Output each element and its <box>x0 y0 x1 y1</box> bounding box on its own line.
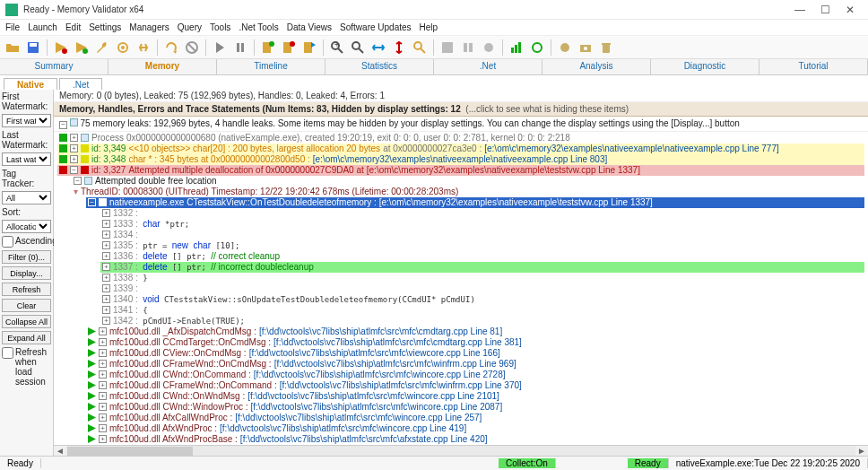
tab-diagnostic[interactable]: Diagnostic <box>651 59 760 74</box>
chart-icon[interactable] <box>508 39 525 57</box>
sort-select[interactable]: Allocation Order <box>2 220 51 233</box>
expand-icon[interactable]: + <box>102 231 110 239</box>
tree-row[interactable]: + id: 3,349 <<10 objects>> char[20] : 20… <box>57 144 864 154</box>
refresh-button[interactable]: Refresh <box>2 283 51 296</box>
scroll-thumb[interactable] <box>67 447 193 456</box>
stack-row[interactable]: +mfc100ud.dll CView::OnCmdMsg : [f:\dd\v… <box>86 348 864 359</box>
fit-width-icon[interactable] <box>369 39 387 57</box>
code-line[interactable]: +1335 : ptr = new char [10]; <box>100 240 864 251</box>
stack-row[interactable]: +mfc100ud.dll AfxWndProcBase : [f:\dd\vc… <box>86 434 864 445</box>
expand-icon[interactable]: + <box>102 317 110 325</box>
tab-analysis[interactable]: Analysis <box>542 59 651 74</box>
expand-icon[interactable]: + <box>99 338 107 346</box>
tab-statistics[interactable]: Statistics <box>326 59 434 74</box>
memory-tree[interactable]: + Process 0x0000000000000680 (nativeExam… <box>54 132 868 446</box>
tool-b-icon[interactable] <box>459 39 477 57</box>
code-line[interactable]: +1337 : delete [] ptr; // incorrect doub… <box>100 262 864 273</box>
menu-help[interactable]: Help <box>420 22 438 32</box>
display-button[interactable]: Display... <box>2 266 51 280</box>
tab-summary[interactable]: Summary <box>0 59 108 74</box>
tab-timeline[interactable]: Timeline <box>217 59 326 74</box>
expand-icon[interactable]: + <box>99 424 107 432</box>
pause-icon[interactable] <box>231 39 249 57</box>
stack-row[interactable]: +mfc100ud.dll CCmdTarget::OnCmdMsg : [f:… <box>86 337 864 348</box>
code-line[interactable]: +1338 : } <box>100 273 864 283</box>
tab-net[interactable]: .Net <box>434 59 542 74</box>
subtab-native[interactable]: Native <box>4 78 57 90</box>
code-line[interactable]: +1333 : char *ptr; <box>100 219 864 230</box>
camera-icon[interactable] <box>577 39 595 57</box>
expand-icon[interactable]: + <box>102 263 110 271</box>
expand-icon[interactable]: + <box>99 413 107 422</box>
stack-row[interactable]: +mfc100ud.dll CWnd::OnWndMsg : [f:\dd\vc… <box>86 391 864 402</box>
code-line[interactable]: +1336 : delete [] ptr; // correct cleanu… <box>100 251 864 262</box>
expand-icon[interactable]: + <box>99 360 107 368</box>
last-watermark-select[interactable]: Last watermark <box>2 152 51 166</box>
tool-c-icon[interactable] <box>480 39 498 57</box>
expand-icon[interactable]: + <box>102 284 110 292</box>
expand-icon[interactable]: + <box>70 134 78 142</box>
expand-icon[interactable]: − <box>88 198 96 206</box>
tree-row[interactable]: − Attempted double free location <box>72 176 864 187</box>
menu-settings[interactable]: Settings <box>89 22 121 32</box>
stack-row[interactable]: +mfc100ud.dll CWnd::WindowProc : [f:\dd\… <box>86 402 864 413</box>
gear-icon[interactable] <box>114 39 132 57</box>
menu-managers[interactable]: Managers <box>129 22 169 32</box>
expand-icon[interactable]: + <box>99 392 107 400</box>
expand-icon[interactable]: + <box>102 209 110 217</box>
expand-icon[interactable]: + <box>99 435 107 443</box>
horizontal-scrollbar[interactable]: ◄ ► <box>54 445 868 456</box>
tag-tracker-select[interactable]: All <box>2 191 51 205</box>
menu-edit[interactable]: Edit <box>65 22 81 32</box>
record-icon[interactable] <box>556 39 574 57</box>
expand-icon[interactable]: + <box>99 381 107 389</box>
expand-icon[interactable]: + <box>102 220 110 228</box>
first-watermark-select[interactable]: First watermark <box>2 114 51 127</box>
tree-row[interactable]: ▾ ThreadID: 00008300 (UIThread) Timestam… <box>72 187 864 197</box>
header-band[interactable]: Memory, Handles, Errors and Trace Statem… <box>54 102 868 117</box>
launch-green-icon[interactable] <box>73 39 91 57</box>
bookmark-play-icon[interactable] <box>300 39 318 57</box>
tree-row[interactable]: + Process 0x0000000000000680 (nativeExam… <box>57 133 864 144</box>
tree-row-source[interactable]: − nativeexample.exe CTeststakView::OnTes… <box>86 197 864 208</box>
expand-icon[interactable]: + <box>102 252 110 260</box>
fit-height-icon[interactable] <box>390 39 408 57</box>
menu-tools[interactable]: Tools <box>210 22 230 32</box>
code-line[interactable]: +1332 : <box>100 208 864 219</box>
launch-red-icon[interactable] <box>52 39 70 57</box>
tool-a-icon[interactable] <box>438 39 456 57</box>
expand-icon[interactable]: + <box>70 144 78 152</box>
code-line[interactable]: +1334 : <box>100 230 864 240</box>
expand-icon[interactable]: + <box>99 349 107 357</box>
tree-row[interactable]: + id: 3,348 char * : 345 bytes at 0x0000… <box>57 154 864 165</box>
stack-row[interactable]: +mfc100ud.dll CWnd::OnCommand : [f:\dd\v… <box>86 370 864 380</box>
zoom-out-icon[interactable] <box>349 39 367 57</box>
stack-row[interactable]: +mfc100ud.dll AfxWndProc : [f:\dd\vctool… <box>86 423 864 434</box>
stop-icon[interactable] <box>183 39 201 57</box>
filter-button[interactable]: Filter (0)... <box>2 250 51 264</box>
expand-icon[interactable]: + <box>99 403 107 411</box>
zoom-in-icon[interactable]: + <box>328 39 346 57</box>
clear-button[interactable]: Clear <box>2 299 51 312</box>
trash-icon[interactable] <box>597 39 615 57</box>
scroll-left-icon[interactable]: ◄ <box>54 446 66 456</box>
stack-row[interactable]: +mfc100ud.dll AfxCallWndProc : [f:\dd\vc… <box>86 413 864 423</box>
expand-icon[interactable]: − <box>70 166 78 174</box>
expand-icon[interactable]: + <box>102 306 110 314</box>
menu-file[interactable]: File <box>5 22 20 32</box>
expand-icon[interactable]: + <box>70 155 78 163</box>
collapse-all-button[interactable]: Collapse All <box>2 315 51 328</box>
fit-auto-icon[interactable] <box>411 39 429 57</box>
maximize-button[interactable]: ☐ <box>812 4 838 16</box>
code-line[interactable]: +1339 : <box>100 283 864 294</box>
bookmark-green-icon[interactable] <box>259 39 277 57</box>
menu-updates[interactable]: Software Updates <box>340 22 412 32</box>
tab-tutorial[interactable]: Tutorial <box>760 59 868 74</box>
menu-query[interactable]: Query <box>178 22 202 32</box>
refresh2-icon[interactable] <box>528 39 546 57</box>
stack-row[interactable]: +mfc100ud.dll CFrameWnd::OnCmdMsg : [f:\… <box>86 359 864 370</box>
close-button[interactable]: ✕ <box>838 4 863 16</box>
refresh-icon[interactable] <box>162 39 180 57</box>
refresh-on-load-checkbox[interactable] <box>2 347 13 359</box>
code-line[interactable]: +1340 : void CTeststakView::sOnUpdateTes… <box>100 294 864 305</box>
